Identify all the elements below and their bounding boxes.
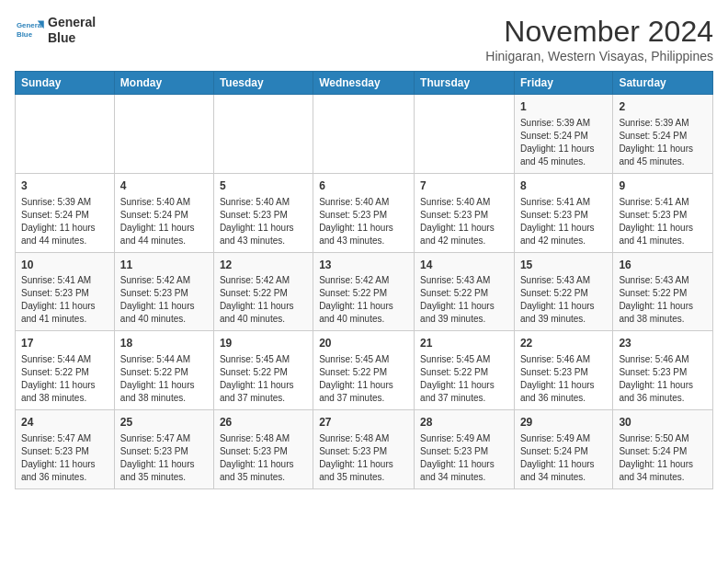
day-number: 3 — [21, 178, 108, 194]
calendar-cell: 19Sunrise: 5:45 AM Sunset: 5:22 PM Dayli… — [213, 331, 313, 410]
day-number: 24 — [21, 415, 108, 431]
day-number: 22 — [520, 336, 607, 351]
header-row: Sunday Monday Tuesday Wednesday Thursday… — [16, 72, 713, 95]
calendar-cell: 5Sunrise: 5:40 AM Sunset: 5:23 PM Daylig… — [213, 173, 313, 252]
col-tuesday: Tuesday — [213, 72, 313, 95]
day-number: 10 — [21, 258, 108, 273]
day-info: Sunrise: 5:39 AM Sunset: 5:24 PM Dayligh… — [619, 117, 707, 168]
day-number: 7 — [420, 178, 508, 194]
day-info: Sunrise: 5:42 AM Sunset: 5:23 PM Dayligh… — [120, 274, 208, 326]
title-block: November 2024 Hinigaran, Western Visayas… — [485, 15, 713, 63]
calendar-cell: 11Sunrise: 5:42 AM Sunset: 5:23 PM Dayli… — [114, 252, 213, 331]
day-number: 19 — [220, 336, 307, 351]
calendar-cell — [16, 95, 115, 174]
calendar-week-4: 17Sunrise: 5:44 AM Sunset: 5:22 PM Dayli… — [16, 331, 713, 410]
calendar-cell: 7Sunrise: 5:40 AM Sunset: 5:23 PM Daylig… — [415, 173, 515, 252]
calendar-cell: 18Sunrise: 5:44 AM Sunset: 5:22 PM Dayli… — [114, 331, 213, 410]
calendar-cell — [415, 95, 515, 174]
calendar-cell: 16Sunrise: 5:43 AM Sunset: 5:22 PM Dayli… — [613, 252, 713, 331]
calendar-cell: 25Sunrise: 5:47 AM Sunset: 5:23 PM Dayli… — [114, 410, 213, 489]
day-number: 2 — [619, 99, 707, 115]
day-number: 18 — [120, 336, 208, 351]
day-number: 11 — [120, 258, 208, 273]
day-info: Sunrise: 5:41 AM Sunset: 5:23 PM Dayligh… — [21, 274, 108, 326]
calendar-cell: 29Sunrise: 5:49 AM Sunset: 5:24 PM Dayli… — [514, 410, 612, 489]
day-number: 29 — [520, 415, 607, 431]
calendar-cell: 27Sunrise: 5:48 AM Sunset: 5:23 PM Dayli… — [313, 410, 415, 489]
col-saturday: Saturday — [613, 72, 713, 95]
day-number: 16 — [619, 258, 707, 273]
day-info: Sunrise: 5:41 AM Sunset: 5:23 PM Dayligh… — [520, 196, 607, 247]
day-info: Sunrise: 5:40 AM Sunset: 5:23 PM Dayligh… — [220, 196, 307, 247]
calendar-week-2: 3Sunrise: 5:39 AM Sunset: 5:24 PM Daylig… — [16, 173, 713, 252]
day-number: 4 — [120, 178, 208, 194]
day-number: 12 — [220, 258, 307, 273]
calendar-cell: 4Sunrise: 5:40 AM Sunset: 5:24 PM Daylig… — [114, 173, 213, 252]
day-info: Sunrise: 5:49 AM Sunset: 5:24 PM Dayligh… — [520, 432, 607, 484]
day-info: Sunrise: 5:40 AM Sunset: 5:24 PM Dayligh… — [120, 196, 208, 247]
day-info: Sunrise: 5:41 AM Sunset: 5:23 PM Dayligh… — [619, 196, 707, 247]
day-info: Sunrise: 5:45 AM Sunset: 5:22 PM Dayligh… — [420, 353, 508, 405]
day-info: Sunrise: 5:42 AM Sunset: 5:22 PM Dayligh… — [319, 274, 408, 326]
calendar-title: November 2024 — [485, 15, 713, 49]
logo-line2: Blue — [48, 30, 96, 46]
day-number: 1 — [520, 99, 607, 115]
day-info: Sunrise: 5:43 AM Sunset: 5:22 PM Dayligh… — [420, 274, 508, 326]
calendar-cell: 21Sunrise: 5:45 AM Sunset: 5:22 PM Dayli… — [415, 331, 515, 410]
calendar-cell: 13Sunrise: 5:42 AM Sunset: 5:22 PM Dayli… — [313, 252, 415, 331]
day-number: 23 — [619, 336, 707, 351]
day-info: Sunrise: 5:43 AM Sunset: 5:22 PM Dayligh… — [619, 274, 707, 326]
calendar-table: Sunday Monday Tuesday Wednesday Thursday… — [15, 71, 713, 489]
calendar-subtitle: Hinigaran, Western Visayas, Philippines — [485, 49, 713, 63]
day-number: 13 — [319, 258, 408, 273]
day-number: 9 — [619, 178, 707, 194]
day-info: Sunrise: 5:44 AM Sunset: 5:22 PM Dayligh… — [21, 353, 108, 405]
calendar-cell: 2Sunrise: 5:39 AM Sunset: 5:24 PM Daylig… — [613, 95, 713, 174]
calendar-cell: 10Sunrise: 5:41 AM Sunset: 5:23 PM Dayli… — [16, 252, 115, 331]
calendar-cell: 20Sunrise: 5:45 AM Sunset: 5:22 PM Dayli… — [313, 331, 415, 410]
calendar-cell: 17Sunrise: 5:44 AM Sunset: 5:22 PM Dayli… — [16, 331, 115, 410]
calendar-body: 1Sunrise: 5:39 AM Sunset: 5:24 PM Daylig… — [16, 95, 713, 489]
day-info: Sunrise: 5:48 AM Sunset: 5:23 PM Dayligh… — [220, 432, 307, 484]
day-number: 30 — [619, 415, 707, 431]
day-info: Sunrise: 5:46 AM Sunset: 5:23 PM Dayligh… — [619, 353, 707, 405]
calendar-cell — [213, 95, 313, 174]
col-monday: Monday — [114, 72, 213, 95]
logo-line1: General — [48, 15, 96, 30]
calendar-cell: 15Sunrise: 5:43 AM Sunset: 5:22 PM Dayli… — [514, 252, 612, 331]
day-info: Sunrise: 5:46 AM Sunset: 5:23 PM Dayligh… — [520, 353, 607, 405]
svg-text:Blue: Blue — [17, 30, 33, 39]
calendar-cell: 8Sunrise: 5:41 AM Sunset: 5:23 PM Daylig… — [514, 173, 612, 252]
day-number: 27 — [319, 415, 408, 431]
calendar-week-3: 10Sunrise: 5:41 AM Sunset: 5:23 PM Dayli… — [16, 252, 713, 331]
calendar-cell — [313, 95, 415, 174]
day-info: Sunrise: 5:47 AM Sunset: 5:23 PM Dayligh… — [120, 432, 208, 484]
day-info: Sunrise: 5:39 AM Sunset: 5:24 PM Dayligh… — [520, 117, 607, 168]
day-info: Sunrise: 5:43 AM Sunset: 5:22 PM Dayligh… — [520, 274, 607, 326]
calendar-cell: 1Sunrise: 5:39 AM Sunset: 5:24 PM Daylig… — [514, 95, 612, 174]
calendar-cell: 30Sunrise: 5:50 AM Sunset: 5:24 PM Dayli… — [613, 410, 713, 489]
day-number: 25 — [120, 415, 208, 431]
calendar-cell: 28Sunrise: 5:49 AM Sunset: 5:23 PM Dayli… — [415, 410, 515, 489]
day-info: Sunrise: 5:40 AM Sunset: 5:23 PM Dayligh… — [420, 196, 508, 247]
day-number: 15 — [520, 258, 607, 273]
day-info: Sunrise: 5:49 AM Sunset: 5:23 PM Dayligh… — [420, 432, 508, 484]
calendar-cell: 14Sunrise: 5:43 AM Sunset: 5:22 PM Dayli… — [415, 252, 515, 331]
day-number: 14 — [420, 258, 508, 273]
day-number: 5 — [220, 178, 307, 194]
calendar-week-1: 1Sunrise: 5:39 AM Sunset: 5:24 PM Daylig… — [16, 95, 713, 174]
day-number: 28 — [420, 415, 508, 431]
day-info: Sunrise: 5:42 AM Sunset: 5:22 PM Dayligh… — [220, 274, 307, 326]
page-header: General Blue General Blue November 2024 … — [15, 15, 713, 63]
calendar-cell — [114, 95, 213, 174]
day-info: Sunrise: 5:40 AM Sunset: 5:23 PM Dayligh… — [319, 196, 408, 247]
day-number: 26 — [220, 415, 307, 431]
calendar-week-5: 24Sunrise: 5:47 AM Sunset: 5:23 PM Dayli… — [16, 410, 713, 489]
day-info: Sunrise: 5:45 AM Sunset: 5:22 PM Dayligh… — [319, 353, 408, 405]
calendar-cell: 6Sunrise: 5:40 AM Sunset: 5:23 PM Daylig… — [313, 173, 415, 252]
logo: General Blue General Blue — [15, 15, 96, 46]
col-thursday: Thursday — [415, 72, 515, 95]
day-info: Sunrise: 5:45 AM Sunset: 5:22 PM Dayligh… — [220, 353, 307, 405]
logo-icon: General Blue — [15, 17, 44, 43]
day-info: Sunrise: 5:50 AM Sunset: 5:24 PM Dayligh… — [619, 432, 707, 484]
